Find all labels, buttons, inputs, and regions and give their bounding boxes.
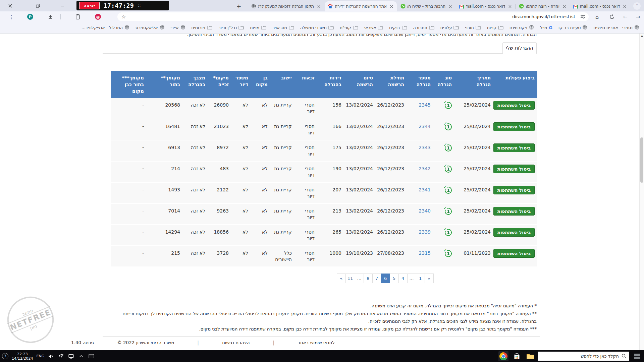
tab-my-lotteries[interactable]: ההגרלות שלי [502, 42, 537, 54]
site-settings-icon[interactable] [580, 14, 585, 20]
pagination-last-button[interactable]: » [425, 274, 434, 283]
new-tab-button[interactable]: + [235, 2, 243, 10]
bookmarks-bar: נטפרי - אתרים נפוציםטעינת רב קוGמיילפקס … [0, 22, 644, 34]
display-icon[interactable] [68, 353, 74, 360]
pagination-page-button[interactable]: 11 [345, 274, 355, 283]
extension-clipboard-button[interactable] [74, 13, 82, 21]
lottery-number-link[interactable]: 2345 [419, 102, 431, 108]
page-scrollbar[interactable]: ▲ [639, 34, 644, 350]
lottery-number-link[interactable]: 2315 [419, 250, 431, 256]
check-icon: ✓ [443, 122, 447, 125]
bookmark-item[interactable]: משרדי ממשלה [300, 25, 334, 31]
pagination-page-button[interactable]: 4 [398, 274, 408, 283]
cell-action: ביטול השתתפות [493, 246, 537, 267]
check-icon: ✓ [443, 185, 447, 189]
tab-close-icon[interactable] [316, 4, 321, 9]
tab-close-icon[interactable] [447, 4, 453, 9]
back-button[interactable]: → [634, 13, 642, 21]
browser-tab[interactable]: עזרה - רוצה להתפתח בשפות? [516, 1, 570, 11]
bookmark-item[interactable]: אשראי [364, 25, 383, 31]
home-button[interactable]: ⌂ [593, 13, 601, 21]
tab-close-icon[interactable] [561, 4, 567, 9]
store-taskbar-button[interactable] [512, 351, 522, 361]
cancel-participation-button[interactable]: ביטול השתתפות [493, 228, 535, 237]
tab-close-icon[interactable] [507, 4, 513, 9]
bookmark-star-icon[interactable]: ☆ [121, 14, 126, 20]
store-bag-icon [513, 353, 521, 360]
lotteries-table: ביצוע פעולותתאריך הגרלהסוג הגרלהמספר הגר… [111, 71, 537, 267]
cancel-participation-button[interactable]: ביטול השתתפות [493, 143, 535, 152]
tab-close-icon[interactable] [622, 4, 627, 9]
browser-tab[interactable]: חרבות ברזל - שליח חב"ד באמיר [397, 1, 455, 11]
hidden-icons-chevron[interactable] [78, 353, 85, 360]
cancel-participation-button[interactable]: ביטול השתתפות [493, 249, 535, 258]
cancel-participation-button[interactable]: ביטול השתתפות [493, 122, 535, 131]
exit-button[interactable]: יציאה [79, 2, 100, 9]
scroll-up-arrow-icon[interactable]: ▲ [640, 34, 644, 38]
forward-button[interactable]: ← [621, 13, 629, 21]
bookmark-item[interactable]: פקס חינם [509, 25, 534, 31]
lottery-number-link[interactable]: 2344 [419, 124, 431, 129]
extension-at-button[interactable]: @ [94, 13, 102, 21]
cancel-participation-button[interactable]: ביטול השתתפות [493, 186, 535, 194]
tray-badge[interactable]: 3 [2, 353, 8, 359]
bookmark-item[interactable]: פורומים [192, 25, 212, 31]
bookmark-item[interactable]: קופ"ח [340, 25, 358, 31]
drag-grip-icon[interactable]: ⁚⁚ [138, 4, 141, 7]
address-bar[interactable]: ☆ dira.moch.gov.il/LotteriesList [117, 12, 589, 21]
pagination-page-button[interactable]: 5 [390, 274, 399, 283]
window-close-button[interactable] [7, 2, 13, 9]
touch-keyboard-icon[interactable] [88, 353, 95, 360]
bookmark-item[interactable]: נטפרי - אתרים נפוצים [593, 25, 639, 31]
browser-tab[interactable]: תקנון הגרלה לזכאות למענק לרכ [248, 1, 324, 11]
bookmark-item[interactable]: אייבי [171, 25, 185, 31]
volume-icon[interactable] [48, 353, 54, 360]
window-minimize-button[interactable] [59, 2, 66, 9]
bookmark-item[interactable]: עלונים [440, 25, 459, 31]
language-indicator[interactable]: ENG [36, 354, 44, 358]
reload-button[interactable] [608, 13, 616, 21]
cancel-participation-button[interactable]: ביטול השתתפות [493, 207, 535, 216]
taskbar-clock[interactable]: 22:23 14/12/2024 [12, 352, 33, 361]
accessibility-link[interactable]: הצהרת נגישות [222, 340, 250, 345]
chrome-taskbar-button[interactable] [498, 351, 508, 361]
taskbar-search-box[interactable]: הקלד כאן כדי לחפש [538, 352, 629, 361]
pagination-first-button[interactable]: « [337, 274, 346, 283]
lottery-number-link[interactable]: 2339 [419, 229, 431, 235]
bookmark-item[interactable]: מזג אויר [272, 25, 294, 31]
bookmark-item[interactable]: המכלול - אנציקלופד... [82, 25, 129, 31]
usb-icon[interactable] [58, 353, 64, 360]
window-restore-button[interactable] [35, 2, 41, 9]
bookmark-item[interactable]: בנקים [389, 25, 407, 31]
downloads-button[interactable] [46, 13, 54, 21]
browser-menu-button[interactable]: ⋮ [7, 13, 15, 21]
browser-tab-active[interactable]: אתר ההרשמה להגרלות "דירה ב [325, 1, 397, 11]
pagination-page-active[interactable]: 6 [381, 274, 390, 283]
bookmark-item[interactable]: קניות [487, 25, 503, 31]
bookmark-item[interactable]: Gמייל [540, 25, 552, 30]
tab-search-button[interactable]: ˅ [633, 2, 641, 10]
cancel-participation-button[interactable]: ביטול השתתפות [493, 165, 535, 173]
scrollbar-thumb[interactable] [640, 137, 643, 183]
terms-link[interactable]: לתנאי שימוש באתר [298, 340, 335, 345]
bookmark-item[interactable]: נדל"ן ודיור [218, 25, 244, 31]
bookmark-item[interactable]: תורני [465, 25, 481, 31]
pagination-page-button[interactable]: 8 [364, 274, 373, 283]
pagination-page-button[interactable]: 1 [416, 274, 425, 283]
bookmark-item[interactable]: תחבורה [413, 25, 434, 31]
bookmark-item[interactable]: אליאקספרס [136, 25, 165, 31]
lottery-number-link[interactable]: 2343 [419, 145, 431, 150]
browser-tab[interactable]: דואר נכנס - Gmail - @gmail.com [570, 1, 630, 11]
pagination-page-button[interactable]: 7 [372, 274, 381, 283]
browser-tab[interactable]: דואר נכנס - Gmail - @gmail.com [456, 1, 515, 11]
cancel-participation-button[interactable]: ביטול השתתפות [493, 101, 535, 110]
file-explorer-taskbar-button[interactable] [525, 351, 535, 361]
lottery-number-link[interactable]: 2340 [419, 208, 431, 214]
lottery-number-link[interactable]: 2342 [419, 166, 431, 171]
lottery-number-link[interactable]: 2341 [419, 187, 431, 192]
tab-close-icon[interactable] [389, 4, 394, 9]
bookmark-item[interactable]: טעינת רב קו [558, 25, 587, 31]
start-button[interactable] [632, 352, 642, 361]
extension-p-button[interactable]: P [26, 13, 34, 21]
bookmark-item[interactable]: מפות [250, 25, 266, 31]
